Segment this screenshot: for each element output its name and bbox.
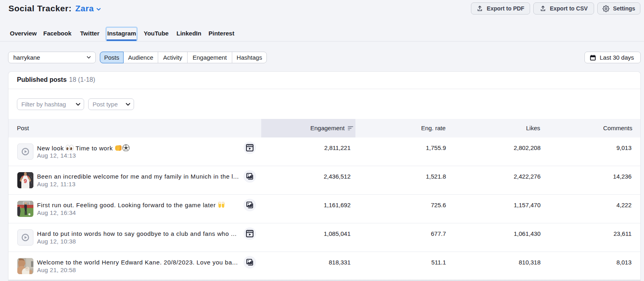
- svg-text:9: 9: [24, 178, 27, 184]
